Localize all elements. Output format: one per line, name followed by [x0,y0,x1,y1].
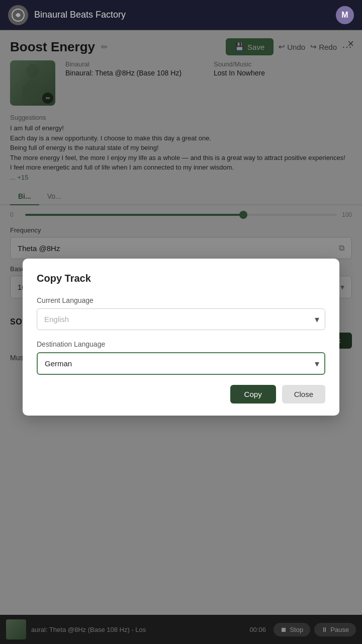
user-avatar[interactable]: M [336,6,354,24]
app-title: Binaural Beats Factory [34,10,336,20]
current-language-display: English [37,308,325,330]
modal-copy-button[interactable]: Copy [230,385,276,404]
current-language-field-row: English ▾ [37,308,325,330]
copy-track-modal: Copy Track Current Language English ▾ De… [23,259,339,416]
destination-language-field-row: ▾ [37,352,325,375]
modal-title: Copy Track [37,273,325,284]
destination-language-label: Destination Language [37,340,325,348]
modal-close-button[interactable]: Close [282,385,325,404]
app-logo [8,5,28,25]
current-language-label: Current Language [37,296,325,304]
top-navigation: Binaural Beats Factory M [0,0,362,30]
modal-actions: Copy Close [37,385,325,404]
app-background: Binaural Beats Factory M × Boost Energy … [0,0,362,644]
modal-overlay: Copy Track Current Language English ▾ De… [0,30,362,644]
destination-language-input[interactable] [37,352,325,375]
main-content-area: × Boost Energy ✏ 💾 Save ↩ Undo ↪ Redo ⋯ [0,30,362,644]
